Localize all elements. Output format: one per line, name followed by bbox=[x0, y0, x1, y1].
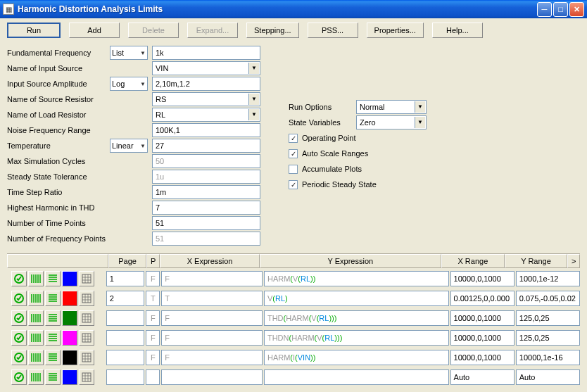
grid-icon[interactable] bbox=[79, 310, 94, 326]
select-src-resistor[interactable]: RS▼ bbox=[152, 92, 260, 106]
cell-xrange[interactable]: Auto bbox=[450, 369, 515, 385]
cell-p[interactable]: F bbox=[146, 330, 160, 346]
help-button[interactable]: Help... bbox=[432, 23, 483, 38]
delete-button[interactable]: Delete bbox=[128, 23, 179, 38]
cell-yrange[interactable]: 10000,1e-16 bbox=[516, 350, 580, 365]
enable-toggle-icon[interactable] bbox=[11, 330, 27, 346]
cell-xrange[interactable]: 10000,0,1000 bbox=[450, 350, 515, 365]
yaxis-scale-icon[interactable] bbox=[45, 350, 61, 365]
cell-xexpr[interactable]: F bbox=[161, 310, 263, 326]
select-run-options[interactable]: Normal▼ bbox=[356, 100, 427, 114]
maximize-button[interactable]: □ bbox=[553, 2, 568, 17]
select-fundamental-mode[interactable]: List▼ bbox=[110, 46, 148, 60]
select-input-source[interactable]: VIN▼ bbox=[152, 61, 260, 75]
cell-page[interactable] bbox=[106, 350, 145, 365]
grid-icon[interactable] bbox=[79, 330, 94, 346]
select-state-vars[interactable]: Zero▼ bbox=[356, 115, 427, 129]
stepping-button[interactable]: Stepping... bbox=[246, 23, 299, 38]
cell-yrange[interactable]: 1000,1e-12 bbox=[516, 271, 580, 286]
enable-toggle-icon[interactable] bbox=[11, 291, 27, 306]
cell-xexpr[interactable] bbox=[161, 369, 263, 385]
color-swatch[interactable] bbox=[62, 310, 77, 326]
cell-yexpr[interactable]: V(RL) bbox=[264, 291, 449, 306]
col-yexp[interactable]: Y Expression bbox=[260, 254, 441, 268]
cell-page[interactable] bbox=[106, 310, 145, 326]
minimize-button[interactable]: ─ bbox=[537, 2, 552, 17]
grid-icon[interactable] bbox=[79, 291, 94, 306]
cell-yexpr[interactable]: HARM(V(RL)) bbox=[264, 271, 449, 286]
input-time-step[interactable]: 1m bbox=[152, 185, 260, 199]
cell-yrange[interactable]: 125,0,25 bbox=[516, 330, 580, 346]
cell-p[interactable]: F bbox=[146, 310, 160, 326]
color-swatch[interactable] bbox=[62, 369, 77, 385]
enable-toggle-icon[interactable] bbox=[11, 369, 27, 385]
cell-xrange[interactable]: 10000,0,1000 bbox=[450, 310, 515, 326]
cell-xexpr[interactable]: F bbox=[161, 330, 263, 346]
cell-p[interactable] bbox=[146, 369, 160, 385]
checkbox-auto-scale[interactable]: ✓Auto Scale Ranges bbox=[289, 146, 528, 161]
cell-xrange[interactable]: 0.00125,0,0.000 bbox=[450, 291, 515, 306]
color-swatch[interactable] bbox=[62, 350, 77, 365]
pss-button[interactable]: PSS... bbox=[308, 23, 358, 38]
color-swatch[interactable] bbox=[62, 330, 77, 346]
add-button[interactable]: Add bbox=[69, 23, 120, 38]
cell-p[interactable]: T bbox=[146, 291, 160, 306]
cell-yexpr[interactable]: HARM(I(VIN)) bbox=[264, 350, 449, 365]
input-fundamental-freq[interactable]: 1k bbox=[152, 46, 260, 60]
yaxis-scale-icon[interactable] bbox=[45, 310, 61, 326]
cell-page[interactable]: 1 bbox=[106, 271, 145, 286]
col-page[interactable]: Page bbox=[108, 254, 146, 268]
xaxis-scale-icon[interactable] bbox=[28, 369, 44, 385]
cell-xrange[interactable]: 10000,0,1000 bbox=[450, 271, 515, 286]
close-button[interactable]: ✕ bbox=[569, 2, 584, 17]
xaxis-scale-icon[interactable] bbox=[28, 310, 44, 326]
grid-icon[interactable] bbox=[79, 350, 94, 365]
cell-yrange[interactable]: 125,0,25 bbox=[516, 310, 580, 326]
yaxis-scale-icon[interactable] bbox=[45, 291, 61, 306]
cell-yexpr[interactable]: THD(HARM(V(RL))) bbox=[264, 310, 449, 326]
cell-xrange[interactable]: 10000,0,1000 bbox=[450, 330, 515, 346]
yaxis-scale-icon[interactable] bbox=[45, 330, 61, 346]
color-swatch[interactable] bbox=[62, 291, 77, 306]
cell-p[interactable]: F bbox=[146, 350, 160, 365]
xaxis-scale-icon[interactable] bbox=[28, 330, 44, 346]
cell-yrange[interactable]: 0.075,-0.05,0.02 bbox=[516, 291, 580, 306]
col-xrange[interactable]: X Range bbox=[441, 254, 505, 268]
select-temp-mode[interactable]: Linear▼ bbox=[110, 139, 148, 153]
cell-xexpr[interactable]: F bbox=[161, 350, 263, 365]
color-swatch[interactable] bbox=[62, 271, 77, 286]
properties-button[interactable]: Properties... bbox=[367, 23, 424, 38]
yaxis-scale-icon[interactable] bbox=[45, 369, 61, 385]
cell-xexpr[interactable]: T bbox=[161, 291, 263, 306]
input-input-amp[interactable]: 2,10m,1.2 bbox=[152, 77, 260, 91]
cell-yrange[interactable]: Auto bbox=[516, 369, 580, 385]
cell-page[interactable]: 2 bbox=[106, 291, 145, 306]
checkbox-operating-point[interactable]: ✓Operating Point bbox=[289, 130, 528, 146]
xaxis-scale-icon[interactable] bbox=[28, 350, 44, 365]
cell-page[interactable] bbox=[106, 330, 145, 346]
run-button[interactable]: Run bbox=[7, 23, 61, 38]
col-xexp[interactable]: X Expression bbox=[160, 254, 259, 268]
select-input-amp-mode[interactable]: Log▼ bbox=[110, 77, 148, 91]
xaxis-scale-icon[interactable] bbox=[28, 271, 44, 286]
enable-toggle-icon[interactable] bbox=[11, 310, 27, 326]
input-highest-harm[interactable]: 7 bbox=[152, 201, 260, 215]
yaxis-scale-icon[interactable] bbox=[45, 271, 61, 286]
enable-toggle-icon[interactable] bbox=[11, 350, 27, 365]
checkbox-accumulate[interactable]: Accumulate Plots bbox=[289, 161, 528, 177]
col-p[interactable]: P bbox=[146, 254, 160, 268]
cell-xexpr[interactable]: F bbox=[161, 271, 263, 286]
checkbox-pss[interactable]: ✓Periodic Steady State bbox=[289, 177, 528, 192]
input-num-time[interactable]: 51 bbox=[152, 216, 260, 230]
enable-toggle-icon[interactable] bbox=[11, 271, 27, 286]
grid-icon[interactable] bbox=[79, 271, 94, 286]
cell-yexpr[interactable]: THDN(HARM(V(RL))) bbox=[264, 330, 449, 346]
expand-button[interactable]: Expand... bbox=[187, 23, 238, 38]
input-temperature[interactable]: 27 bbox=[152, 139, 260, 153]
col-yrange[interactable]: Y Range bbox=[505, 254, 568, 268]
grid-icon[interactable] bbox=[79, 369, 94, 385]
cell-yexpr[interactable] bbox=[264, 369, 449, 385]
input-noise-freq[interactable]: 100K,1 bbox=[152, 123, 260, 137]
xaxis-scale-icon[interactable] bbox=[28, 291, 44, 306]
cell-page[interactable] bbox=[106, 369, 145, 385]
